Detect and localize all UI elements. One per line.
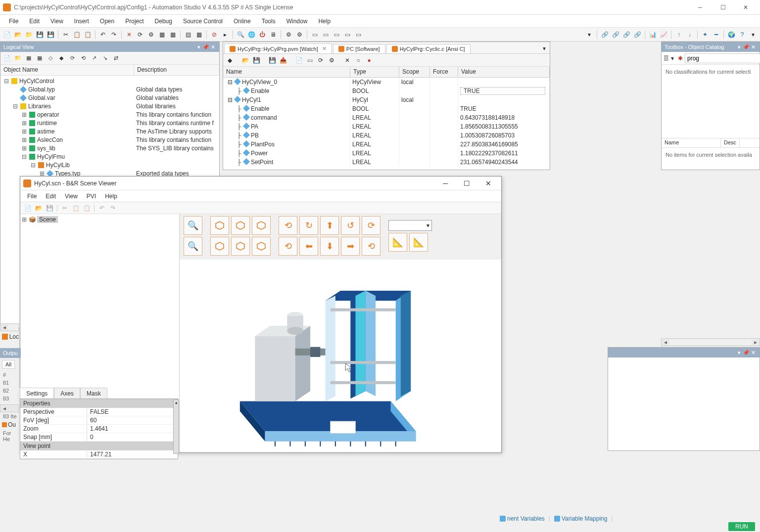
- help-icon[interactable]: ?: [737, 30, 747, 40]
- watch-var-name[interactable]: HyCyl1: [242, 96, 261, 103]
- prop-value[interactable]: 60: [87, 416, 178, 424]
- watch-expand-icon[interactable]: ⊟: [227, 96, 233, 103]
- scene-minimize-button[interactable]: ─: [435, 179, 455, 187]
- wt-doc-icon[interactable]: 📄: [294, 56, 303, 65]
- link-variables[interactable]: nent Variables: [500, 515, 545, 522]
- wt-refresh-icon[interactable]: ⟳: [316, 56, 325, 65]
- link-variable-mapping[interactable]: Variable Mapping: [554, 515, 608, 522]
- menu-file[interactable]: File: [4, 16, 23, 27]
- lv-tool-icon[interactable]: 📄: [2, 54, 11, 63]
- tree-item-name[interactable]: HyCylControl: [19, 78, 133, 85]
- watch-expand-icon[interactable]: ├: [236, 141, 242, 148]
- panel-pin-icon[interactable]: 📌: [743, 44, 750, 50]
- watch-expand-icon[interactable]: ├: [236, 105, 242, 112]
- cut-icon[interactable]: ✂: [60, 204, 69, 213]
- wt-open-icon[interactable]: 📂: [241, 56, 250, 65]
- delete-icon[interactable]: ✕: [124, 30, 134, 40]
- build-icon[interactable]: ▦: [157, 30, 167, 40]
- menu-window[interactable]: Window: [282, 16, 313, 27]
- view-iso6-button[interactable]: [252, 237, 271, 256]
- tabs-overflow-icon[interactable]: ▾: [540, 44, 549, 53]
- col-scope[interactable]: Scope: [399, 67, 430, 77]
- dropdown-icon[interactable]: ▾: [584, 30, 594, 40]
- rotate-z-button[interactable]: ↺: [341, 216, 360, 235]
- logical-view-tree[interactable]: ⊟HyCylControlGlobal.typGlobal data types…: [0, 76, 219, 187]
- watch-expand-icon[interactable]: ├: [236, 123, 242, 130]
- tree-item-name[interactable]: Global.var: [28, 94, 133, 101]
- world-icon[interactable]: 🌍: [726, 30, 736, 40]
- wt-remove-icon[interactable]: ✕: [343, 56, 352, 65]
- tree-expand-icon[interactable]: ⊞: [21, 136, 27, 143]
- panel-dropdown-icon[interactable]: ▾: [736, 350, 743, 356]
- open-icon[interactable]: 📂: [13, 30, 23, 40]
- prop-value[interactable]: 1477.21: [87, 450, 178, 458]
- lv-tool-icon[interactable]: ↗: [90, 54, 98, 63]
- more-icon[interactable]: ▾: [748, 30, 758, 40]
- lv-tool-icon[interactable]: ◇: [46, 54, 55, 63]
- globe-icon[interactable]: 🌐: [246, 30, 256, 40]
- panel-pin-icon[interactable]: 📌: [743, 350, 750, 356]
- editor-tab[interactable]: PC [Software]: [333, 44, 385, 53]
- watch-var-name[interactable]: SetPoint: [251, 159, 273, 166]
- wt-save2-icon[interactable]: 💾: [268, 56, 277, 65]
- view-iso3-button[interactable]: [252, 216, 271, 235]
- tree-item-name[interactable]: AsIecCon: [37, 136, 133, 143]
- paste-icon[interactable]: 📋: [83, 30, 93, 40]
- tab-close-icon[interactable]: ✕: [322, 45, 327, 52]
- panel-close-icon[interactable]: ✕: [209, 44, 216, 50]
- link3-icon[interactable]: 🔗: [621, 30, 631, 40]
- search-input[interactable]: [685, 53, 760, 63]
- rotate-ccw-button[interactable]: ⟲: [362, 237, 380, 256]
- watch-var-value[interactable]: 227.85038346169085: [458, 140, 550, 149]
- output-scrollbar[interactable]: ◂: [0, 404, 19, 412]
- rotate-x2-button[interactable]: ⟲: [279, 237, 297, 256]
- menu-online[interactable]: Online: [229, 16, 256, 27]
- watch-var-name[interactable]: Enable: [251, 88, 269, 94]
- pan-up-button[interactable]: ⬆: [320, 216, 339, 235]
- minimize-button[interactable]: ─: [689, 0, 712, 14]
- calendar-icon[interactable]: ▤: [183, 30, 193, 40]
- toolbox-scrollbar[interactable]: ◂ ▸: [661, 338, 760, 346]
- snap1-button[interactable]: 📐: [388, 233, 407, 252]
- menu-help[interactable]: Help: [313, 16, 335, 27]
- save-all-icon[interactable]: 💾: [46, 30, 55, 40]
- rotate-cw-button[interactable]: ⟳: [362, 216, 380, 235]
- tree-expand-icon[interactable]: ⊟: [3, 78, 9, 85]
- 3d-viewport[interactable]: [180, 260, 501, 452]
- link2-icon[interactable]: 🔗: [611, 30, 620, 40]
- save-icon[interactable]: 💾: [45, 204, 54, 213]
- wt-circle-icon[interactable]: ○: [354, 56, 363, 65]
- tree-item-name[interactable]: Global.typ: [28, 86, 133, 93]
- chart-icon[interactable]: 📊: [648, 30, 658, 40]
- panel-close-icon[interactable]: ✕: [750, 350, 757, 356]
- out-tab-label[interactable]: Ou: [8, 421, 16, 428]
- tree-expand-icon[interactable]: ⊞: [21, 120, 27, 127]
- watch-expand-icon[interactable]: ⊟: [227, 79, 233, 86]
- rotate-x-button[interactable]: ⟲: [279, 216, 297, 235]
- rotate-y-button[interactable]: ↻: [299, 216, 318, 235]
- tree-item-name[interactable]: HyCylFmu: [37, 153, 133, 160]
- lv-tool-icon[interactable]: ▦: [35, 54, 44, 63]
- tree-expand-icon[interactable]: ⊞: [21, 128, 27, 135]
- menu-debug[interactable]: Debug: [150, 16, 177, 27]
- folder-icon[interactable]: 📁: [24, 30, 34, 40]
- watch-var-value[interactable]: TRUE: [458, 104, 550, 113]
- gear-icon[interactable]: ⚙: [284, 30, 293, 40]
- scene-menu-pvi[interactable]: PVI: [83, 191, 100, 201]
- redo-icon[interactable]: ↷: [108, 204, 117, 213]
- up-arrow-icon[interactable]: ↑: [674, 30, 684, 40]
- col-type[interactable]: Type: [350, 67, 399, 77]
- tree-expand-icon[interactable]: ⊞: [21, 145, 27, 152]
- scene-close-button[interactable]: ✕: [478, 179, 498, 187]
- editor-tab[interactable]: HyCylPrg::HyCylPrg.pvm [Watch]✕: [224, 44, 332, 53]
- editor-tab[interactable]: HyCylPrg::Cyclic.c [Ansi C]: [386, 44, 471, 53]
- settings-tab-settings[interactable]: Settings: [20, 388, 54, 399]
- scene-maximize-button[interactable]: ☐: [457, 179, 477, 187]
- zoom-icon[interactable]: 🔍: [236, 30, 245, 40]
- watch-var-value[interactable]: [458, 78, 550, 87]
- col-value[interactable]: Value: [458, 67, 550, 77]
- chart2-icon[interactable]: 📈: [659, 30, 668, 40]
- new-icon[interactable]: 📄: [2, 30, 12, 40]
- lv-tool-icon[interactable]: ↘: [100, 54, 109, 63]
- wt-record-icon[interactable]: ●: [365, 56, 374, 65]
